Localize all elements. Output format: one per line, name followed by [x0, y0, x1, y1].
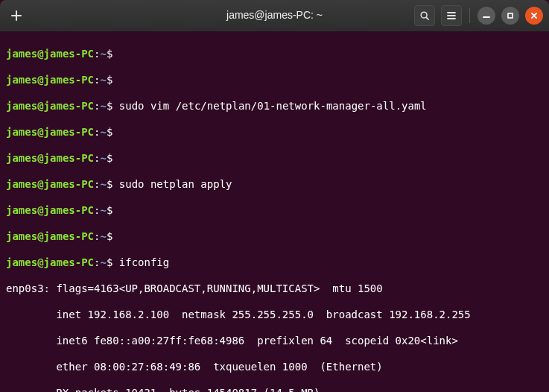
maximize-button[interactable]: [501, 7, 519, 25]
prompt-host: james-PC: [44, 178, 94, 190]
command-text: sudo vim /etc/netplan/01-network-manager…: [119, 100, 427, 112]
prompt-at: @: [37, 152, 43, 164]
titlebar: james@james-PC: ~: [0, 0, 549, 31]
prompt-user: james: [6, 178, 37, 190]
prompt-line: james@james-PC:~$ ifconfig: [6, 256, 543, 270]
prompt-at: @: [37, 230, 43, 242]
search-button[interactable]: [414, 5, 435, 26]
prompt-path: ~: [100, 256, 106, 268]
prompt-line: james@james-PC:~$: [6, 204, 543, 218]
output-line: ether 08:00:27:68:49:86 txqueuelen 1000 …: [6, 361, 543, 374]
prompt-user: james: [6, 126, 37, 138]
prompt-at: @: [37, 48, 43, 60]
prompt-path: ~: [100, 204, 106, 216]
command-text: sudo netplan apply: [119, 178, 232, 190]
prompt-host: james-PC: [44, 230, 94, 242]
prompt-line: james@james-PC:~$: [6, 230, 543, 244]
prompt-dollar: $: [107, 48, 112, 60]
prompt-dollar: $: [107, 230, 112, 242]
titlebar-left: [6, 5, 27, 26]
svg-rect-1: [508, 13, 512, 18]
close-icon: [530, 11, 539, 20]
prompt-dollar: $: [107, 152, 112, 164]
hamburger-icon: [446, 10, 457, 21]
search-icon: [419, 10, 430, 21]
minimize-button[interactable]: [477, 7, 495, 25]
prompt-path: ~: [100, 74, 106, 86]
prompt-line: james@james-PC:~$ sudo netplan apply: [6, 178, 543, 192]
prompt-host: james-PC: [44, 152, 94, 164]
prompt-path: ~: [100, 126, 106, 138]
prompt-path: ~: [100, 152, 106, 164]
prompt-at: @: [37, 126, 43, 138]
command-text: ifconfig: [119, 256, 169, 268]
minimize-icon: [482, 11, 491, 20]
prompt-dollar: $: [107, 204, 112, 216]
close-button[interactable]: [525, 7, 543, 25]
plus-icon: [11, 10, 22, 21]
prompt-path: ~: [100, 100, 106, 112]
new-tab-button[interactable]: [6, 5, 27, 26]
prompt-line: james@james-PC:~$: [6, 152, 543, 165]
prompt-dollar: $: [107, 100, 112, 112]
prompt-dollar: $: [107, 74, 112, 86]
prompt-host: james-PC: [44, 204, 94, 216]
prompt-at: @: [37, 100, 43, 112]
prompt-dollar: $: [107, 178, 112, 190]
prompt-host: james-PC: [44, 100, 94, 112]
prompt-at: @: [37, 74, 43, 86]
prompt-at: @: [37, 178, 43, 190]
prompt-path: ~: [100, 48, 106, 60]
prompt-user: james: [6, 48, 37, 60]
prompt-line: james@james-PC:~$ sudo vim /etc/netplan/…: [6, 100, 543, 113]
prompt-user: james: [6, 152, 37, 164]
svg-point-0: [421, 12, 427, 18]
menu-button[interactable]: [441, 5, 462, 26]
output-line: inet 192.168.2.100 netmask 255.255.255.0…: [6, 309, 543, 322]
titlebar-right: [414, 5, 543, 26]
prompt-user: james: [6, 100, 37, 112]
prompt-host: james-PC: [44, 126, 94, 138]
prompt-at: @: [37, 204, 43, 216]
prompt-user: james: [6, 230, 37, 242]
terminal-area[interactable]: james@james-PC:~$ james@james-PC:~$ jame…: [0, 31, 549, 392]
prompt-dollar: $: [107, 126, 112, 138]
prompt-host: james-PC: [44, 74, 94, 86]
prompt-at: @: [37, 256, 43, 268]
prompt-host: james-PC: [44, 256, 94, 268]
titlebar-divider: [469, 8, 470, 23]
output-line: RX packets 10431 bytes 14540817 (14.5 MB…: [6, 387, 543, 393]
prompt-user: james: [6, 74, 37, 86]
maximize-icon: [506, 11, 515, 20]
prompt-line: james@james-PC:~$: [6, 48, 543, 61]
prompt-line: james@james-PC:~$: [6, 74, 543, 87]
prompt-line: james@james-PC:~$: [6, 126, 543, 139]
prompt-path: ~: [100, 178, 106, 190]
prompt-user: james: [6, 256, 37, 268]
output-line: inet6 fe80::a00:27ff:fe68:4986 prefixlen…: [6, 335, 543, 348]
prompt-path: ~: [100, 230, 106, 242]
prompt-dollar: $: [107, 256, 112, 268]
output-line: enp0s3: flags=4163<UP,BROADCAST,RUNNING,…: [6, 282, 543, 296]
prompt-host: james-PC: [44, 48, 94, 60]
prompt-user: james: [6, 204, 37, 216]
